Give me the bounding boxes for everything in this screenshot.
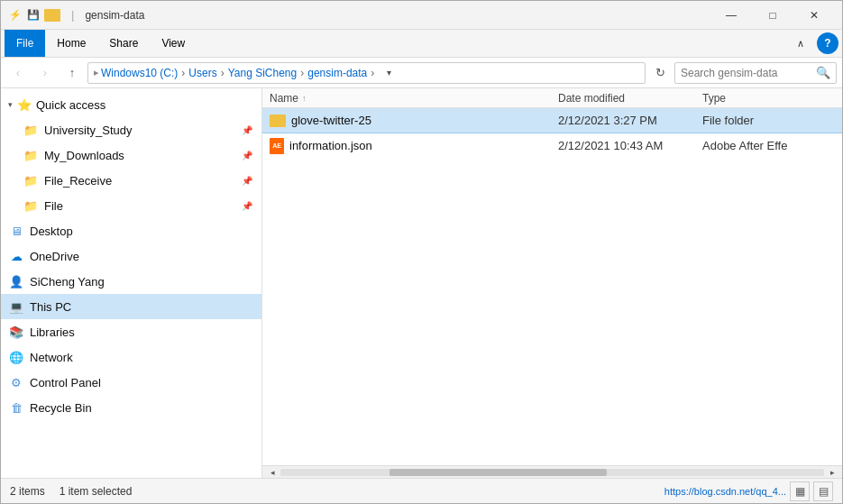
search-icon[interactable]: 🔍 xyxy=(816,66,830,79)
tab-home[interactable]: Home xyxy=(45,30,97,57)
sidebar-item-libraries[interactable]: 📚 Libraries xyxy=(1,319,261,344)
tab-file[interactable]: File xyxy=(5,30,45,57)
sidebar-label-2: File_Receive xyxy=(44,174,234,188)
item-count: 2 items xyxy=(10,485,45,498)
search-box[interactable]: 🔍 xyxy=(674,62,837,84)
file-row-0[interactable]: glove-twitter-25 2/12/2021 3:27 PM File … xyxy=(262,108,842,133)
forward-button[interactable]: › xyxy=(33,61,57,85)
hscroll-left-button[interactable]: ◂ xyxy=(266,467,279,478)
path-part-1[interactable]: Users xyxy=(188,67,216,79)
sidebar-label-1: My_Downloads xyxy=(44,149,234,162)
sidebar-item-control-panel[interactable]: ⚙ Control Panel xyxy=(1,370,261,395)
user-icon: 👤 xyxy=(8,273,24,289)
up-button[interactable]: ↑ xyxy=(60,61,84,85)
status-bar: 2 items 1 item selected https://blog.csd… xyxy=(1,478,842,503)
view-toggle-list[interactable]: ▤ xyxy=(813,481,833,501)
close-button[interactable]: ✕ xyxy=(793,1,835,30)
sidebar-item-user[interactable]: 👤 SiCheng Yang xyxy=(1,269,261,294)
sidebar-item-file[interactable]: 📁 File 📌 xyxy=(1,193,261,218)
address-dropdown-button[interactable]: ▾ xyxy=(378,62,399,84)
path-part-0[interactable]: Windows10 (C:) xyxy=(101,67,178,79)
title-separator: | xyxy=(71,8,74,22)
file-icon-folder-0 xyxy=(270,115,286,127)
file-row-1[interactable]: AE information.json 2/12/2021 10:43 AM A… xyxy=(262,133,842,159)
status-url: https://blog.csdn.net/qq_4... xyxy=(664,486,786,497)
file-rows: glove-twitter-25 2/12/2021 3:27 PM File … xyxy=(262,108,842,465)
hscroll-thumb[interactable] xyxy=(389,469,607,476)
folder-icon-3: 📁 xyxy=(23,197,39,214)
onedrive-icon: ☁ xyxy=(8,248,24,264)
sidebar-item-onedrive[interactable]: ☁ OneDrive xyxy=(1,243,261,269)
file-list-header: Name ↑ Date modified Type xyxy=(262,88,842,108)
sidebar-label-9: Network xyxy=(30,351,254,364)
libraries-icon: 📚 xyxy=(8,324,24,340)
minimize-button[interactable]: — xyxy=(710,1,752,30)
main-content: ▾ ⭐ Quick access 📁 University_Study 📌 📁 … xyxy=(1,88,842,478)
ribbon-tabs: File Home Share View ∧ ? xyxy=(1,30,842,57)
tab-share[interactable]: Share xyxy=(97,30,150,57)
hscroll-right-button[interactable]: ▸ xyxy=(826,467,838,478)
file-type-1: Adobe After Effe xyxy=(702,139,835,152)
path-part-3[interactable]: gensim-data xyxy=(307,67,367,79)
file-type-0: File folder xyxy=(702,114,835,127)
pin-icon-3: 📌 xyxy=(240,198,254,213)
file-date-1: 2/12/2021 10:43 AM xyxy=(558,139,702,152)
search-input[interactable] xyxy=(681,67,816,79)
sidebar-item-my-downloads[interactable]: 📁 My_Downloads 📌 xyxy=(1,142,261,168)
path-part-2[interactable]: Yang SiCheng xyxy=(228,67,298,79)
file-icon-json-1: AE xyxy=(270,138,284,154)
sidebar-label-3: File xyxy=(44,199,234,213)
sidebar-label-10: Control Panel xyxy=(30,376,254,389)
col-header-name[interactable]: Name ↑ xyxy=(270,92,558,105)
ribbon-collapse-button[interactable]: ∧ xyxy=(790,32,811,54)
address-path[interactable]: ▸ Windows10 (C:) › Users › Yang SiCheng … xyxy=(87,62,646,84)
sidebar-item-file-receive[interactable]: 📁 File_Receive 📌 xyxy=(1,168,261,193)
col-header-type[interactable]: Type xyxy=(702,92,835,105)
sidebar: ▾ ⭐ Quick access 📁 University_Study 📌 📁 … xyxy=(1,88,262,478)
maximize-button[interactable]: □ xyxy=(752,1,793,30)
back-button[interactable]: ‹ xyxy=(6,61,30,85)
tab-view[interactable]: View xyxy=(150,30,197,57)
file-name-0: glove-twitter-25 xyxy=(270,114,558,127)
pin-icon-2: 📌 xyxy=(240,173,254,188)
folder-icon xyxy=(44,9,60,22)
horizontal-scrollbar[interactable]: ◂ ▸ xyxy=(262,465,842,478)
sidebar-label-5: OneDrive xyxy=(30,250,254,263)
sidebar-item-network[interactable]: 🌐 Network xyxy=(1,344,261,370)
address-bar: ‹ › ↑ ▸ Windows10 (C:) › Users › Yang Si… xyxy=(1,58,842,88)
help-button[interactable]: ? xyxy=(817,32,838,54)
sidebar-item-this-pc[interactable]: 💻 This PC xyxy=(1,294,261,319)
status-right: https://blog.csdn.net/qq_4... ▦ ▤ xyxy=(664,481,833,501)
sidebar-item-quick-access[interactable]: ▾ ⭐ Quick access xyxy=(1,92,261,117)
sidebar-label-7: This PC xyxy=(30,300,254,314)
ribbon: File Home Share View ∧ ? xyxy=(1,30,842,58)
folder-icon-2: 📁 xyxy=(23,172,39,188)
sidebar-label-6: SiCheng Yang xyxy=(30,275,254,289)
quick-access-label: Quick access xyxy=(36,98,254,112)
path-arrow: ▸ xyxy=(94,67,99,78)
title-bar-icons: ⚡ 💾 | xyxy=(8,8,78,23)
sidebar-item-desktop[interactable]: 🖥 Desktop xyxy=(1,218,261,243)
file-name-1: AE information.json xyxy=(270,138,558,154)
network-icon: 🌐 xyxy=(8,349,24,365)
selection-status: 1 item selected xyxy=(60,485,133,498)
save-icon: 💾 xyxy=(26,8,41,23)
pin-icon-1: 📌 xyxy=(240,148,254,162)
file-date-0: 2/12/2021 3:27 PM xyxy=(558,114,702,127)
hscroll-track xyxy=(280,469,824,476)
controlpanel-icon: ⚙ xyxy=(8,374,24,390)
thispc-icon: 💻 xyxy=(8,298,24,315)
quick-access-chevron: ▾ xyxy=(8,100,13,109)
sidebar-label-8: Libraries xyxy=(30,325,254,339)
quick-access-icon: ⭐ xyxy=(16,96,32,113)
col-header-date[interactable]: Date modified xyxy=(558,92,702,105)
view-toggle-details[interactable]: ▦ xyxy=(790,481,810,501)
sidebar-label-0: University_Study xyxy=(44,124,234,137)
sidebar-label-11: Recycle Bin xyxy=(30,401,254,415)
recyclebin-icon: 🗑 xyxy=(8,399,24,416)
refresh-button[interactable]: ↻ xyxy=(649,62,671,84)
sidebar-item-university-study[interactable]: 📁 University_Study 📌 xyxy=(1,117,261,142)
ribbon-expand-area: ∧ ? xyxy=(790,32,838,54)
sidebar-item-recycle-bin[interactable]: 🗑 Recycle Bin xyxy=(1,395,261,420)
folder-icon-1: 📁 xyxy=(23,147,39,163)
